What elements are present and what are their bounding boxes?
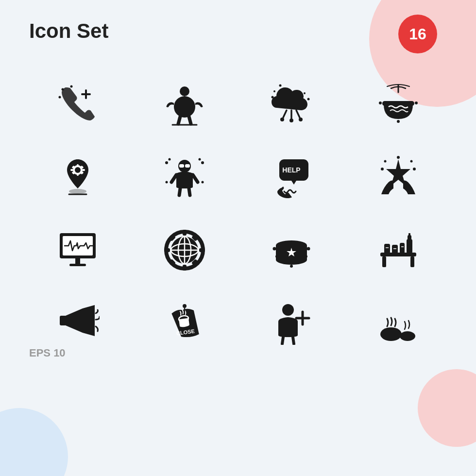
svg-point-25 [75,167,81,173]
svg-rect-55 [75,258,80,264]
svg-point-99 [282,304,294,316]
svg-point-40 [165,161,168,164]
svg-line-10 [296,110,300,118]
svg-point-45 [202,181,204,184]
svg-rect-61 [199,248,205,252]
svg-rect-88 [400,243,405,254]
svg-point-50 [384,160,387,163]
call-plus-icon [29,73,126,136]
header: Icon Set 16 [29,19,447,53]
heart-monitor-icon [29,219,126,282]
svg-rect-60 [164,248,170,252]
fat-man-icon [136,73,233,136]
svg-point-75 [273,247,276,251]
svg-rect-27 [77,173,79,176]
svg-point-2 [59,96,61,99]
svg-rect-28 [70,169,73,171]
footer-text: EPS 10 [29,347,66,359]
cloud-network-icon [243,73,340,136]
svg-point-103 [400,331,415,341]
bg-circle-bottom-right [418,369,476,447]
svg-point-11 [280,118,284,121]
page-title: Icon Set [29,19,108,43]
svg-point-13 [299,118,303,121]
noodle-bowl-icon [350,73,447,136]
svg-point-76 [307,247,310,251]
svg-point-14 [272,96,274,99]
svg-point-73 [276,255,307,265]
svg-rect-29 [82,169,85,171]
svg-point-12 [289,119,293,122]
bg-circle-bottom-left [0,408,68,476]
svg-point-42 [166,181,168,184]
bar-icon [350,219,447,282]
svg-rect-58 [183,230,187,236]
svg-point-51 [410,160,413,163]
svg-rect-83 [407,239,412,254]
svg-rect-56 [69,264,86,266]
star-drum-icon [243,219,340,282]
svg-rect-59 [183,265,187,271]
svg-rect-37 [179,164,184,168]
icons-grid: HELP [29,73,447,355]
svg-rect-20 [382,101,414,106]
svg-point-18 [307,98,310,101]
svg-point-21 [379,102,382,104]
badge-number: 16 [398,15,437,53]
svg-rect-85 [408,233,410,236]
globe-gear-icon [136,219,233,282]
close-sign-icon: CLOSE [136,291,233,355]
svg-point-102 [380,327,402,341]
svg-point-16 [279,85,282,87]
megaphone-icon [29,291,126,355]
svg-point-43 [201,161,204,164]
svg-rect-81 [382,256,386,267]
svg-rect-86 [384,244,390,254]
svg-rect-26 [77,164,79,167]
svg-rect-87 [392,245,398,254]
svg-rect-92 [60,316,67,325]
svg-point-23 [397,120,400,123]
svg-point-34 [69,189,86,194]
svg-rect-82 [410,256,414,267]
svg-point-41 [169,158,171,161]
svg-point-48 [381,168,384,170]
star-hands-icon [350,146,447,209]
person-plus-icon [243,291,340,355]
location-settings-icon [29,146,126,209]
ar-man-icon [136,146,233,209]
svg-point-79 [290,265,293,268]
svg-point-77 [275,255,278,258]
svg-point-49 [413,168,416,170]
svg-point-4 [70,85,73,88]
svg-point-17 [304,92,306,94]
svg-point-15 [273,90,275,92]
help-phone-icon: HELP [243,146,340,209]
svg-point-44 [199,158,201,161]
svg-line-8 [283,110,287,118]
svg-point-78 [305,255,307,258]
svg-point-22 [415,102,418,104]
svg-point-5 [180,86,189,96]
svg-point-6 [174,96,195,118]
svg-point-3 [62,88,64,91]
svg-text:HELP: HELP [282,166,300,174]
hot-stones-icon [350,291,447,355]
svg-point-52 [397,156,400,159]
svg-rect-38 [185,164,190,168]
